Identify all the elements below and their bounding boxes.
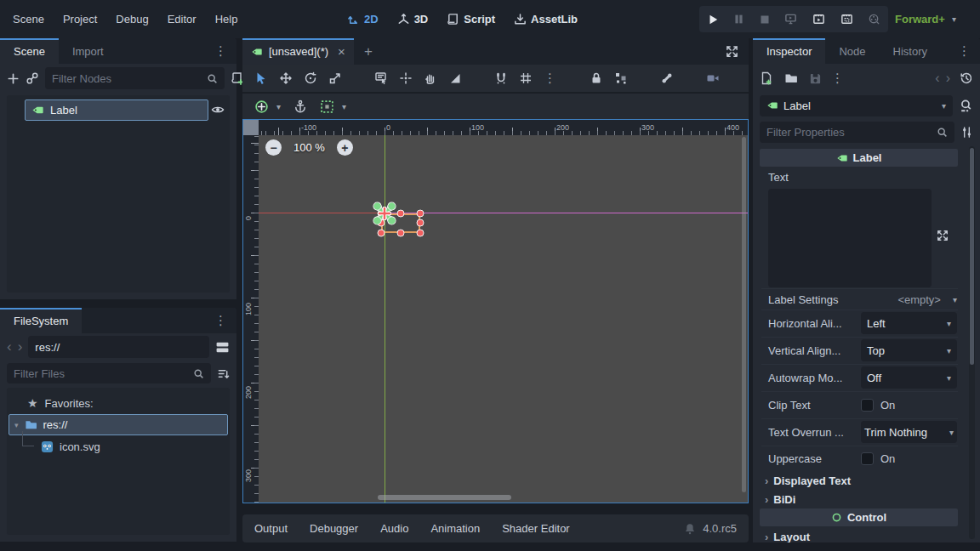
open-documentation-icon[interactable] bbox=[959, 99, 973, 113]
nav-forward-icon[interactable]: › bbox=[18, 338, 23, 355]
workspace-script-button[interactable]: Script bbox=[447, 13, 495, 26]
rotate-mode-button[interactable] bbox=[304, 71, 317, 85]
chevron-down-icon[interactable]: ▾ bbox=[953, 295, 957, 304]
anchor-preset-icon[interactable] bbox=[254, 99, 269, 114]
path-input[interactable] bbox=[35, 341, 202, 354]
filter-files-field[interactable] bbox=[7, 363, 211, 383]
tree-expand-icon[interactable]: ▾ bbox=[14, 421, 19, 429]
selection-handle[interactable] bbox=[417, 210, 424, 218]
list-select-button[interactable] bbox=[374, 71, 388, 85]
chevron-down-icon[interactable]: ▾ bbox=[276, 102, 281, 111]
pivot-marker[interactable] bbox=[378, 207, 391, 220]
uppercase-checkbox[interactable] bbox=[861, 452, 874, 465]
menu-debug[interactable]: Debug bbox=[106, 13, 157, 26]
canvas-viewport[interactable]: -100 0 100 200 300 400 0 100 200 300 bbox=[242, 119, 749, 503]
menu-help[interactable]: Help bbox=[206, 13, 248, 26]
property-tools-sliders-icon[interactable] bbox=[960, 126, 973, 139]
new-resource-icon[interactable] bbox=[760, 71, 773, 85]
history-forward-icon[interactable]: › bbox=[946, 71, 950, 86]
tab-import[interactable]: Import bbox=[59, 38, 117, 64]
bottom-tab-animation[interactable]: Animation bbox=[430, 522, 480, 535]
filter-nodes-input[interactable] bbox=[52, 72, 202, 85]
preview-camera-icon[interactable] bbox=[706, 71, 720, 85]
inspector-scrollbar-thumb[interactable] bbox=[970, 148, 974, 365]
filter-properties-field[interactable] bbox=[760, 122, 954, 143]
filter-nodes-field[interactable] bbox=[45, 67, 225, 89]
load-resource-folder-icon[interactable] bbox=[784, 71, 798, 85]
workspace-3d-button[interactable]: 3D bbox=[397, 13, 429, 26]
visibility-eye-icon[interactable] bbox=[211, 103, 225, 116]
section-displayed-text[interactable]: › Displayed Text bbox=[760, 471, 966, 490]
instance-scene-icon[interactable] bbox=[26, 71, 39, 85]
resource-empty-value[interactable]: <empty> bbox=[897, 293, 941, 306]
scene-tree-node-label[interactable]: Label bbox=[25, 99, 208, 121]
grid-snap-icon[interactable] bbox=[519, 71, 533, 85]
bottom-tab-output[interactable]: Output bbox=[254, 522, 288, 535]
zoom-out-button[interactable]: − bbox=[265, 139, 282, 156]
property-text-value[interactable] bbox=[768, 189, 932, 287]
nav-back-icon[interactable]: ‹ bbox=[7, 338, 12, 355]
text-overrun-dropdown[interactable]: Trim Nothing▾ bbox=[861, 421, 957, 443]
workspace-assetlib-button[interactable]: AssetLib bbox=[514, 13, 578, 26]
node-selector-dropdown[interactable]: Label ▾ bbox=[760, 95, 953, 116]
movie-maker-icon[interactable] bbox=[868, 13, 880, 26]
lock-selected-icon[interactable] bbox=[590, 71, 603, 85]
new-scene-tab-button[interactable]: + bbox=[354, 38, 383, 65]
skeleton-bone-icon[interactable] bbox=[660, 71, 674, 85]
pivot-point-button[interactable] bbox=[399, 71, 413, 85]
expand-text-icon[interactable] bbox=[937, 230, 949, 241]
pan-mode-button[interactable] bbox=[424, 71, 437, 85]
tab-scene[interactable]: Scene bbox=[0, 38, 59, 64]
favorites-row[interactable]: ★ Favorites: bbox=[7, 393, 230, 413]
res-root-row[interactable]: ▾ res:// bbox=[9, 414, 228, 435]
group-selected-icon[interactable] bbox=[614, 71, 628, 85]
container-sizing-icon[interactable] bbox=[320, 99, 334, 114]
filter-files-input[interactable] bbox=[14, 367, 188, 380]
history-clock-icon[interactable] bbox=[960, 71, 973, 85]
vertical-alignment-dropdown[interactable]: Top▾ bbox=[861, 339, 957, 361]
anchor-icon[interactable] bbox=[293, 99, 307, 113]
bottom-tab-debugger[interactable]: Debugger bbox=[310, 522, 358, 535]
ruler-mode-button[interactable] bbox=[448, 71, 462, 85]
sort-files-icon[interactable] bbox=[217, 367, 230, 380]
horizontal-scrollbar[interactable] bbox=[378, 495, 511, 500]
scene-tab-unsaved[interactable]: [unsaved](*) × bbox=[242, 38, 354, 65]
add-node-button[interactable] bbox=[7, 72, 20, 85]
section-bidi[interactable]: › BiDi bbox=[760, 490, 966, 508]
menu-project[interactable]: Project bbox=[54, 13, 106, 26]
stop-button[interactable] bbox=[760, 14, 770, 25]
play-scene-button[interactable] bbox=[812, 13, 825, 26]
workspace-2d-button[interactable]: 2D bbox=[347, 13, 379, 26]
distraction-free-icon[interactable] bbox=[715, 38, 749, 65]
renderer-dropdown[interactable]: Forward+ ▾ bbox=[895, 0, 956, 38]
path-field[interactable] bbox=[28, 336, 209, 358]
close-tab-icon[interactable]: × bbox=[338, 44, 345, 59]
tab-filesystem[interactable]: FileSystem bbox=[0, 308, 82, 333]
snap-options-menu-icon[interactable]: ⋮ bbox=[544, 71, 557, 86]
scale-mode-button[interactable] bbox=[328, 71, 342, 85]
clip-text-checkbox[interactable] bbox=[861, 399, 874, 412]
autowrap-mode-dropdown[interactable]: Off▾ bbox=[861, 366, 957, 389]
smart-snap-icon[interactable] bbox=[494, 71, 508, 85]
horizontal-alignment-dropdown[interactable]: Left▾ bbox=[861, 312, 957, 334]
file-row-icon-svg[interactable]: icon.svg bbox=[7, 436, 230, 457]
tab-history[interactable]: History bbox=[880, 38, 941, 64]
history-back-icon[interactable]: ‹ bbox=[935, 71, 939, 86]
section-layout[interactable]: › Layout bbox=[760, 527, 966, 542]
scene-dock-menu-icon[interactable]: ⋮ bbox=[206, 38, 236, 64]
zoom-in-button[interactable]: + bbox=[337, 139, 353, 156]
filesystem-dock-menu-icon[interactable]: ⋮ bbox=[206, 308, 236, 333]
filter-properties-input[interactable] bbox=[766, 126, 932, 139]
tab-inspector[interactable]: Inspector bbox=[753, 38, 825, 64]
resource-options-menu-icon[interactable]: ⋮ bbox=[828, 71, 848, 86]
bottom-tab-shader-editor[interactable]: Shader Editor bbox=[502, 522, 570, 535]
menu-scene[interactable]: Scene bbox=[3, 13, 54, 26]
inspector-scrollbar-track[interactable] bbox=[969, 146, 975, 539]
play-button[interactable] bbox=[707, 14, 719, 26]
split-view-icon[interactable] bbox=[215, 340, 230, 355]
tab-node[interactable]: Node bbox=[825, 38, 879, 64]
menu-editor[interactable]: Editor bbox=[158, 13, 206, 26]
play-custom-scene-button[interactable] bbox=[840, 13, 853, 26]
vertical-scrollbar[interactable] bbox=[742, 137, 746, 492]
remote-debug-icon[interactable] bbox=[784, 13, 797, 26]
